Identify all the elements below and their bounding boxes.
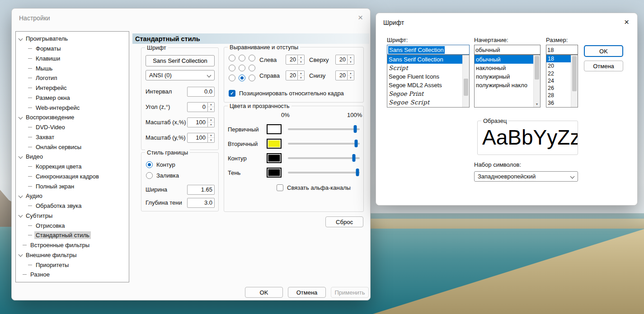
spin-down-button[interactable]: ▾ [208,122,214,127]
tree-item[interactable]: Обработка звука [16,201,129,211]
numeric-input[interactable]: 0 [187,102,208,112]
size-list-item[interactable]: 18 [546,55,571,62]
numeric-input[interactable]: 0.0 [187,87,215,97]
font-list-scrollbar[interactable] [462,55,469,107]
tree-item[interactable]: Приоритеты [16,260,129,270]
style-list-item[interactable]: полужирный [475,72,533,81]
numeric-input[interactable]: 20 [335,70,348,80]
numeric-input[interactable]: 20 [286,70,298,80]
radio-icon[interactable] [146,172,153,179]
color-swatch[interactable] [267,153,282,163]
font-list-item[interactable]: Segoe Print [387,89,462,98]
font-dialog-close-icon[interactable]: × [624,17,629,27]
cancel-button[interactable]: Отмена [288,287,326,298]
chevron-down-icon[interactable] [18,194,23,198]
size-list-item[interactable]: 22 [546,70,571,77]
size-list-item[interactable]: 20 [546,62,571,70]
font-list-item[interactable]: Script [387,64,462,72]
alpha-slider[interactable] [288,139,360,149]
chevron-down-icon[interactable] [18,115,23,120]
alignment-radio[interactable] [249,65,255,71]
tree-item[interactable]: Полный экран [16,181,129,191]
font-list-item[interactable]: Segoe Script [387,98,462,107]
font-dialog-cancel-button[interactable]: Отмена [584,61,623,71]
slider-handle[interactable] [355,140,358,147]
alignment-radio[interactable] [229,75,235,81]
reset-button[interactable]: Сброс [325,216,363,227]
style-list-item[interactable]: наклонный [475,64,533,72]
chevron-down-icon[interactable] [18,155,23,159]
font-list-item[interactable]: Segoe Fluent Icons [387,72,462,81]
scrollbar-thumb[interactable] [535,56,539,80]
font-dialog-ok-button[interactable]: OK [584,45,623,57]
link-alpha-checkbox[interactable]: ✓ [277,184,283,191]
tree-item[interactable]: Логотип [16,73,129,83]
tree-item[interactable]: Мышь [16,63,129,73]
radio-option[interactable]: Контур [146,159,179,170]
chevron-down-icon[interactable] [18,37,23,41]
radio-icon[interactable] [146,161,153,168]
alpha-slider[interactable] [288,153,360,163]
tree-item[interactable]: Разное [16,270,129,280]
numeric-input[interactable]: 100 [187,117,208,127]
numeric-input[interactable]: 3.0 [187,198,215,208]
size-list-item[interactable]: 28 [546,92,571,99]
tree-item[interactable]: Видео [16,152,129,162]
tree-item[interactable]: Аудио [16,191,129,201]
settings-close-icon[interactable]: × [358,13,363,23]
spin-down-button[interactable]: ▾ [298,76,304,80]
spin-down-button[interactable]: ▾ [298,60,304,65]
alignment-radio[interactable] [249,75,255,81]
alignment-radio[interactable] [229,65,235,71]
numeric-input[interactable]: 1.65 [187,185,215,195]
tree-item[interactable]: Встроенные фильтры [16,240,129,250]
tree-item[interactable]: Онлайн сервисы [16,142,129,152]
spin-up-button[interactable]: ▴ [208,103,214,108]
alignment-radio[interactable] [229,55,235,61]
spin-down-button[interactable]: ▾ [208,138,214,142]
tree-item[interactable]: Размер окна [16,93,129,103]
size-list-scrollbar[interactable] [571,55,578,107]
position-relative-checkbox[interactable]: ✓ [229,90,235,97]
tree-item[interactable]: Субтитры [16,211,129,221]
style-list-item[interactable]: полужирный накло [475,81,533,89]
font-name-button[interactable]: Sans Serif Collection [146,55,215,66]
spin-up-button[interactable]: ▴ [348,55,354,60]
tree-item[interactable]: Форматы [16,44,129,54]
slider-handle[interactable] [356,169,359,176]
numeric-input[interactable]: 20 [335,55,348,65]
alpha-slider[interactable] [288,124,360,134]
tree-item[interactable]: Коррекция цвета [16,162,129,172]
font-size-input[interactable]: 18 [546,45,578,55]
spin-down-button[interactable]: ▾ [348,76,354,80]
color-swatch[interactable] [267,124,282,134]
spin-up-button[interactable]: ▴ [348,71,354,76]
ok-button[interactable]: OK [245,287,283,298]
chevron-down-icon[interactable] [18,253,23,257]
spin-up-button[interactable]: ▴ [298,71,304,76]
chevron-down-icon[interactable] [18,213,23,218]
alignment-radio[interactable] [239,55,245,61]
color-swatch[interactable] [267,168,282,178]
size-list-item[interactable]: 26 [546,84,571,92]
alignment-radio[interactable] [249,55,255,61]
tree-item[interactable]: Воспроизведение [16,112,129,122]
alignment-radio[interactable] [239,65,245,71]
font-style-input[interactable]: обычный [474,45,541,55]
scroll-down-icon[interactable]: ▾ [534,102,540,107]
slider-handle[interactable] [353,154,356,162]
size-list-item[interactable]: 36 [546,99,571,107]
tree-item[interactable]: Захват [16,132,129,142]
charset-select[interactable]: Западноевропейский [474,171,578,182]
font-list-item[interactable]: Sans Serif Collection [387,55,462,64]
tree-item[interactable]: Отрисовка [16,220,129,230]
scrollbar-thumb[interactable] [464,79,468,96]
alignment-radio[interactable] [239,75,245,81]
tree-item[interactable]: Стандартный стиль [16,230,129,240]
spin-down-button[interactable]: ▾ [208,107,214,112]
scrollbar-thumb[interactable] [572,56,577,91]
tree-item[interactable]: Интерфейс [16,83,129,93]
size-list-item[interactable]: 24 [546,77,571,84]
slider-handle[interactable] [354,125,357,133]
tree-item[interactable]: Web-интерфейс [16,103,129,112]
